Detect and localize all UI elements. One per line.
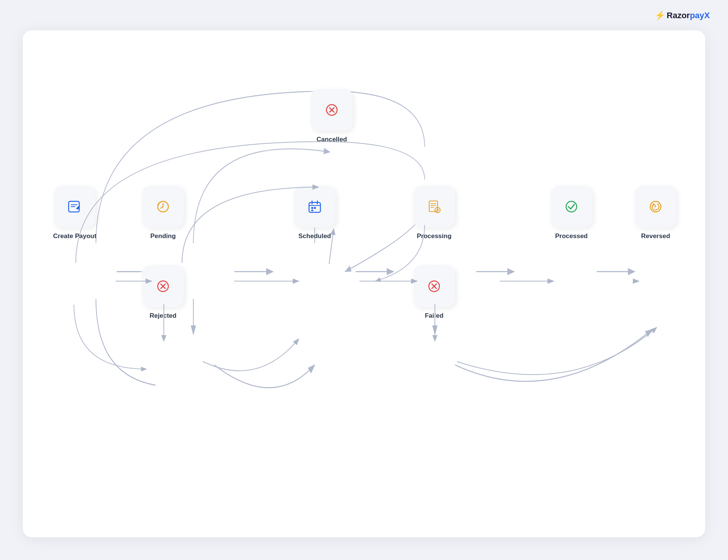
svg-point-39 xyxy=(566,201,577,212)
svg-text:₹: ₹ xyxy=(654,205,656,209)
node-scheduled: Scheduled xyxy=(294,186,336,240)
label-rejected: Rejected xyxy=(150,312,177,320)
node-pending: Pending xyxy=(142,186,184,240)
arrows-svg xyxy=(23,30,705,537)
label-processed: Processed xyxy=(555,232,588,240)
node-box-failed xyxy=(413,265,455,307)
label-create-payout: Create Payout xyxy=(53,232,96,240)
node-box-scheduled xyxy=(294,186,336,227)
svg-point-34 xyxy=(437,209,438,211)
svg-marker-21 xyxy=(157,204,159,205)
node-rejected: Rejected xyxy=(142,265,184,320)
label-scheduled: Scheduled xyxy=(298,232,331,240)
svg-rect-27 xyxy=(314,207,316,209)
node-box-cancelled xyxy=(311,89,353,131)
label-pending: Pending xyxy=(150,232,176,240)
node-box-reversed: ₹ xyxy=(635,186,676,227)
node-create-payout: Create Payout xyxy=(53,186,96,240)
svg-rect-26 xyxy=(311,207,313,209)
node-box-processing xyxy=(413,186,455,227)
node-box-processed xyxy=(551,186,592,227)
flow-arrows xyxy=(23,30,705,537)
node-reversed: ₹ Reversed xyxy=(635,186,676,240)
logo-icon: ⚡ xyxy=(655,11,665,20)
node-box-create-payout xyxy=(54,186,96,227)
node-failed: Failed xyxy=(413,265,455,320)
label-reversed: Reversed xyxy=(641,232,670,240)
node-cancelled: Cancelled xyxy=(311,89,353,144)
label-processing: Processing xyxy=(417,232,452,240)
diagram-container: Create Payout Pending Sch xyxy=(23,30,705,537)
node-processed: Processed xyxy=(551,186,592,240)
svg-rect-28 xyxy=(311,210,313,211)
label-failed: Failed xyxy=(425,312,443,320)
node-processing: Processing xyxy=(413,186,455,240)
node-box-pending xyxy=(142,186,184,227)
logo-text: RazorpayX xyxy=(667,11,710,20)
label-cancelled: Cancelled xyxy=(317,135,347,144)
node-box-rejected xyxy=(142,265,184,307)
logo: ⚡ RazorpayX xyxy=(655,11,710,20)
svg-rect-29 xyxy=(429,201,438,212)
